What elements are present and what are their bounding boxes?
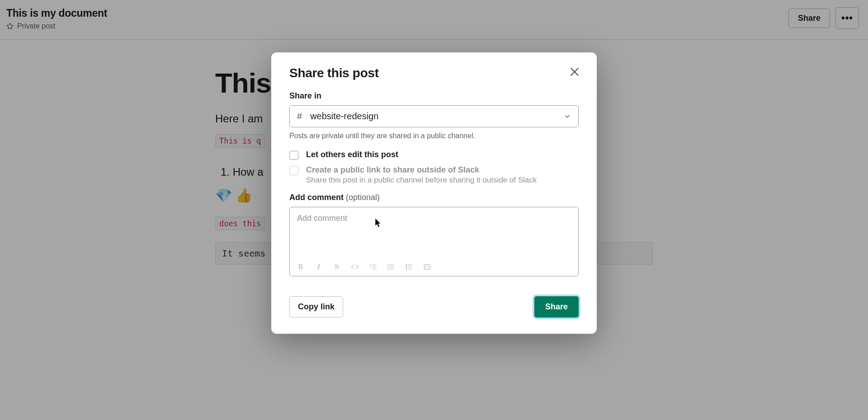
close-icon[interactable] <box>569 66 580 78</box>
chevron-down-icon <box>564 113 571 120</box>
comment-box: B I S <box>289 207 579 276</box>
share-modal: Share this post Share in # website-redes… <box>271 52 597 334</box>
hash-icon: # <box>297 111 302 121</box>
codeblock-icon[interactable] <box>423 262 432 271</box>
svg-point-10 <box>388 266 389 267</box>
channel-select[interactable]: # website-redesign <box>289 105 579 127</box>
format-toolbar: B I S <box>290 259 578 276</box>
comment-input[interactable] <box>290 207 578 257</box>
edit-permission-label: Let others edit this post <box>306 150 398 159</box>
modal-overlay: Share this post Share in # website-redes… <box>0 0 868 420</box>
edit-permission-checkbox[interactable] <box>289 151 298 160</box>
modal-footer: Copy link Share <box>289 296 579 317</box>
svg-point-9 <box>388 265 389 266</box>
svg-point-11 <box>388 269 389 270</box>
share-button[interactable]: Share <box>534 296 579 317</box>
public-link-label: Create a public link to share outside of… <box>306 165 537 175</box>
comment-label: Add comment (optional) <box>289 193 579 202</box>
privacy-helper-text: Posts are private until they are shared … <box>289 132 579 140</box>
public-link-row: Create a public link to share outside of… <box>289 165 579 185</box>
share-in-label: Share in <box>289 91 579 101</box>
italic-icon[interactable]: I <box>314 262 323 271</box>
copy-link-button[interactable]: Copy link <box>289 296 343 317</box>
modal-title: Share this post <box>289 66 579 80</box>
selected-channel-name: website-redesign <box>310 111 378 121</box>
bold-icon[interactable]: B <box>296 262 305 271</box>
public-link-checkbox <box>289 166 298 175</box>
edit-permission-row: Let others edit this post <box>289 150 579 160</box>
ordered-list-icon[interactable] <box>368 262 377 271</box>
code-icon[interactable] <box>350 262 359 271</box>
public-link-sublabel: Share this post in a public channel befo… <box>306 176 537 185</box>
bullet-list-icon[interactable] <box>387 262 396 271</box>
strikethrough-icon[interactable]: S <box>332 262 341 271</box>
quote-icon[interactable] <box>405 262 414 271</box>
